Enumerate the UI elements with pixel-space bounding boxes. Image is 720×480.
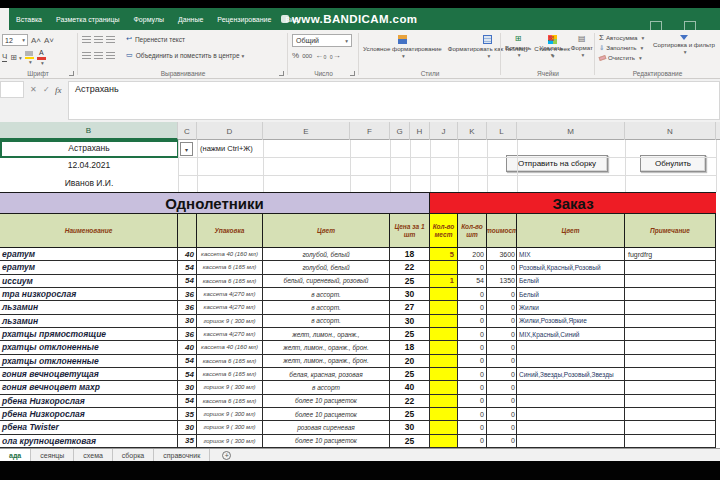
cell-places[interactable] [430,435,458,448]
align-top-icon[interactable] [82,36,91,43]
cell-cost[interactable]: 0 [487,261,517,274]
column-header-H[interactable]: H [410,122,430,140]
cell-cost[interactable]: 3600 [487,248,517,261]
cell-name[interactable]: рбена Низкорослая [0,408,178,421]
cell-pack[interactable]: кассета 40 (160 мл) [197,341,263,354]
column-header-F[interactable]: F [350,122,390,140]
cell-pack[interactable]: кассета 40 (160 мл) [197,248,263,261]
cell-price[interactable]: 25 [390,408,430,421]
cell-qty[interactable]: 54 [178,395,197,408]
cell-pcs[interactable]: 0 [458,435,487,448]
cell-pcs[interactable]: 0 [458,315,487,328]
cell-qty[interactable]: 35 [178,435,197,448]
fill-color-icon[interactable] [25,51,34,66]
cell-price[interactable]: 18 [390,341,430,354]
cell-places[interactable] [430,288,458,301]
cell-places[interactable] [430,355,458,368]
cell-cost[interactable]: 0 [487,288,517,301]
cell-pcs[interactable]: 0 [458,368,487,381]
cell-qty[interactable]: 30 [178,421,197,434]
cell-price[interactable]: 22 [390,261,430,274]
cell-qty[interactable]: 30 [178,381,197,394]
sheet-tab-сборка[interactable]: сборка [113,449,154,461]
align-bottom-icon[interactable] [106,36,115,43]
ribbon-tab-5[interactable]: Рецензирование [210,8,278,30]
cell-note[interactable] [625,368,716,381]
cell-order-color[interactable] [517,408,625,421]
ribbon-tab-1[interactable]: Вставка [9,8,49,30]
cell-cost[interactable]: 0 [487,328,517,341]
cell-qty[interactable]: 54 [178,368,197,381]
percent-style-icon[interactable]: % [292,51,299,60]
cell-pcs[interactable]: 0 [458,288,487,301]
cell-hint[interactable]: (нажми Ctrl+Ж) [200,140,253,157]
cell-name[interactable]: ератум [0,248,178,261]
cell-name[interactable]: рбена Twister [0,421,178,434]
column-header-N[interactable]: N [625,122,716,140]
insert-cells-button[interactable]: ⊞ Вставить [505,35,531,59]
cell-name[interactable]: льзамин [0,315,178,328]
cell-color[interactable]: более 10 расцветок [263,435,390,448]
cell-pcs[interactable]: 0 [458,328,487,341]
cell-price[interactable]: 27 [390,301,430,314]
cell-places[interactable] [430,381,458,394]
cell-note[interactable] [625,301,716,314]
cell-pack[interactable]: кассета 6 (165 мл) [197,355,263,368]
cell-color[interactable]: желт, лимон., оранж., брон. [263,355,390,368]
cell-color[interactable]: более 10 расцветок [263,395,390,408]
merge-center-button[interactable]: Объединить и поместить в центре [136,52,245,59]
cell-pcs[interactable]: 54 [458,275,487,288]
cell-name[interactable]: иссиум [0,275,178,288]
align-center-icon[interactable] [94,52,103,59]
ribbon-tab-3[interactable]: Формулы [127,8,171,30]
cell-qty[interactable]: 36 [178,328,197,341]
cell-note[interactable] [625,315,716,328]
decrease-decimal-icon[interactable]: ₀→ [329,51,340,60]
cell-places[interactable]: 5 [430,248,458,261]
sheet-tab-схема[interactable]: схема [74,449,113,461]
formula-input[interactable]: Астрахань [68,81,720,120]
cell-color[interactable]: голубой, белый [263,248,390,261]
cell-price[interactable]: 20 [390,355,430,368]
sort-filter-button[interactable]: Сортировка и фильтр [653,35,715,56]
cell-note[interactable] [625,355,716,368]
clear-button[interactable]: Очистить [599,54,644,62]
cell-pack[interactable]: горшок 9 ( 300 мл) [197,408,263,421]
cell-order-color[interactable] [517,381,625,394]
cell-name[interactable]: тра низкорослая [0,288,178,301]
cell-pack[interactable]: горшок 9 ( 300 мл) [197,421,263,434]
cell-pcs[interactable]: 200 [458,248,487,261]
cell-color[interactable]: в ассорт. [263,288,390,301]
cell-qty[interactable]: 54 [178,261,197,274]
cell-note[interactable] [625,395,716,408]
cell-places[interactable] [430,395,458,408]
cell-pcs[interactable]: 0 [458,381,487,394]
cell-color[interactable]: в ассорт. [263,301,390,314]
ribbon-tab-4[interactable]: Данные [171,8,210,30]
cell-note[interactable]: fugrdfrg [625,248,716,261]
format-cells-button[interactable]: ▤ Формат [571,35,593,59]
increase-decimal-icon[interactable]: ←₀ [315,51,326,60]
validation-dropdown-icon[interactable]: ▾ [180,142,193,156]
cell-places[interactable]: 1 [430,275,458,288]
cell-price[interactable]: 40 [390,381,430,394]
cell-note[interactable] [625,421,716,434]
enter-icon[interactable]: ✓ [43,81,50,98]
cell-color[interactable]: желт, лимон., оранж., брон. [263,341,390,354]
column-header-B[interactable]: B [0,122,178,140]
cell-color[interactable]: белый, сиреневый, розовый [263,275,390,288]
cell-date[interactable]: 12.04.2021 [0,157,178,174]
cell-pcs[interactable]: 0 [458,408,487,421]
cell-qty[interactable]: 40 [178,248,197,261]
cell-pack[interactable]: кассета 6 (165 мл) [197,261,263,274]
wrap-text-button[interactable]: Перенести текст [135,36,185,43]
new-sheet-icon[interactable]: + [222,451,231,460]
cell-order-color[interactable] [517,341,625,354]
delete-cells-button[interactable]: ⊠ Удалить [539,35,563,59]
cell-price[interactable]: 25 [390,328,430,341]
cell-order-color[interactable] [517,435,625,448]
cell-price[interactable]: 30 [390,288,430,301]
cell-qty[interactable]: 54 [178,275,197,288]
column-header-K[interactable]: K [458,122,487,140]
cell-price[interactable]: 18 [390,248,430,261]
